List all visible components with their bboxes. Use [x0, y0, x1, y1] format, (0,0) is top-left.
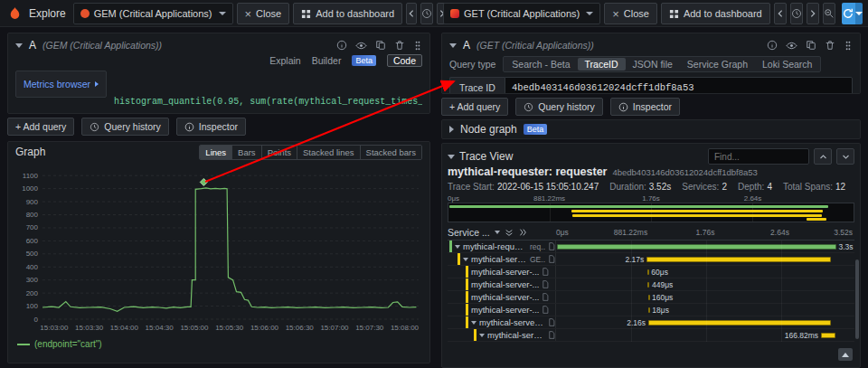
left-close-split-button[interactable]: × Close: [237, 3, 290, 24]
metrics-browser-button[interactable]: Metrics browser: [15, 71, 107, 98]
left-add-to-dashboard-button[interactable]: Add to dashboard: [293, 3, 402, 24]
trace-span-row[interactable]: mythical-server-...18μs: [448, 304, 854, 316]
left-time-picker-button[interactable]: [420, 3, 433, 24]
drag-handle-icon[interactable]: [413, 40, 422, 52]
left-time-back-button[interactable]: [406, 3, 417, 24]
span-duration-bar[interactable]: [648, 307, 650, 313]
span-duration-bar[interactable]: [647, 282, 649, 288]
right-query-header[interactable]: A (GET (Critical Applications)): [449, 37, 853, 53]
copy-icon[interactable]: [375, 40, 386, 51]
span-duration-bar[interactable]: [647, 269, 649, 275]
right-datasource-picker[interactable]: GET (Critical Applications): [443, 3, 600, 24]
left-add-query-button[interactable]: + Add query: [7, 118, 74, 136]
collapse-all-icon[interactable]: [505, 228, 514, 237]
span-duration-bar[interactable]: [557, 244, 836, 250]
editor-mode-builder[interactable]: Builder: [312, 55, 342, 66]
trace-scrollbar[interactable]: [855, 259, 859, 339]
query-type-traceid[interactable]: TraceID: [578, 58, 626, 71]
span-duration-bar[interactable]: [646, 257, 830, 262]
chevron-down-icon[interactable]: [455, 245, 460, 249]
collapse-query-icon[interactable]: [449, 43, 457, 48]
left-query-history-button[interactable]: Query history: [81, 118, 168, 136]
copy-icon[interactable]: [806, 40, 816, 51]
find-next-button[interactable]: [836, 148, 854, 165]
editor-mode-explain[interactable]: Explain: [269, 55, 300, 66]
trace-find-input[interactable]: [708, 148, 809, 165]
span-duration-bar[interactable]: [821, 333, 835, 338]
trace-span-row[interactable]: mythical-server-...2.16s: [448, 316, 854, 329]
trace-span-row[interactable]: mythical-server-...160μs: [448, 291, 854, 304]
trace-span-row[interactable]: mythical-server-...449μs: [448, 278, 854, 291]
promql-query-editor[interactable]: histogram_quantile(0.95, sum(rate(mythic…: [114, 71, 422, 114]
collapse-query-icon[interactable]: [15, 43, 23, 48]
expand-all-icon[interactable]: [518, 228, 527, 237]
collapse-panel-icon[interactable]: [448, 155, 455, 159]
right-add-query-button[interactable]: + Add query: [441, 98, 508, 116]
span-service-cell[interactable]: mythical-requesterreq..: [448, 241, 556, 252]
graph-style-stacked-bars[interactable]: Stacked bars: [360, 146, 421, 159]
trash-icon[interactable]: [825, 40, 835, 51]
graph-canvas[interactable]: 01002003004005006007008009001000110015:0…: [15, 162, 424, 339]
right-close-split-button[interactable]: × Close: [604, 3, 657, 24]
chevron-down-icon[interactable]: [479, 334, 485, 337]
scroll-to-top-button[interactable]: [838, 348, 853, 361]
graph-legend[interactable]: (endpoint="cart"): [8, 339, 429, 349]
span-service-cell[interactable]: mythical-server-...: [448, 329, 556, 341]
graph-style-points[interactable]: Points: [261, 146, 297, 159]
query-type-service-graph[interactable]: Service Graph: [680, 58, 755, 71]
left-datasource-picker[interactable]: GEM (Critical Applications): [73, 3, 233, 24]
span-timeline-cell[interactable]: 160μs: [556, 291, 854, 303]
eye-icon[interactable]: [355, 41, 367, 51]
trace-span-row[interactable]: mythical-serverGE..2.17s: [448, 253, 854, 266]
span-duration-bar[interactable]: [648, 295, 650, 300]
eye-icon[interactable]: [786, 41, 797, 51]
span-timeline-cell[interactable]: 18μs: [556, 304, 854, 316]
span-timeline-cell[interactable]: 449μs: [556, 278, 854, 290]
query-type-json-file[interactable]: JSON file: [626, 58, 680, 71]
node-graph-header[interactable]: Node graph Beta: [442, 120, 860, 138]
span-timeline-cell[interactable]: 60μs: [556, 266, 854, 278]
span-timeline-cell[interactable]: 3.3s: [556, 241, 854, 252]
grafana-logo[interactable]: [7, 6, 23, 22]
graph-style-bars[interactable]: Bars: [231, 146, 261, 159]
span-service-cell[interactable]: mythical-serverGE..: [448, 253, 556, 265]
right-run-query-button[interactable]: [842, 3, 863, 24]
span-duration-bar[interactable]: [648, 320, 831, 326]
info-icon[interactable]: [336, 40, 347, 51]
span-timeline-cell[interactable]: 166.82ms: [556, 329, 854, 341]
drag-handle-icon[interactable]: [844, 40, 853, 52]
trace-span-row[interactable]: mythical-server-...60μs: [448, 266, 854, 278]
left-inspector-button[interactable]: Inspector: [176, 118, 246, 136]
right-zoom-out-button[interactable]: [823, 3, 835, 24]
trace-span-row[interactable]: mythical-requesterreq..3.3s: [448, 241, 854, 253]
graph-style-lines[interactable]: Lines: [200, 146, 231, 159]
right-query-history-button[interactable]: Query history: [515, 98, 602, 116]
span-service-cell[interactable]: mythical-server-...: [448, 266, 556, 278]
span-timeline-cell[interactable]: 2.16s: [556, 316, 854, 328]
editor-mode-code[interactable]: Code: [387, 54, 422, 67]
trash-icon[interactable]: [394, 40, 405, 51]
right-add-to-dashboard-button[interactable]: Add to dashboard: [661, 3, 770, 24]
query-type-search-beta[interactable]: Search - Beta: [505, 58, 577, 71]
info-icon[interactable]: [767, 40, 778, 51]
trace-id-input[interactable]: [505, 77, 853, 94]
span-service-cell[interactable]: mythical-server-...: [448, 278, 556, 290]
right-time-forward-button[interactable]: [807, 3, 819, 24]
right-inspector-button[interactable]: Inspector: [610, 98, 680, 116]
trace-span-row[interactable]: mythical-server-...166.82ms: [448, 329, 854, 342]
left-query-header[interactable]: A (GEM (Critical Applications)): [15, 37, 422, 53]
service-column-header[interactable]: Service ...: [448, 227, 556, 238]
right-time-back-button[interactable]: [774, 3, 787, 24]
chevron-down-icon[interactable]: [471, 321, 476, 325]
chevron-down-icon[interactable]: [463, 258, 468, 261]
find-prev-button[interactable]: [814, 148, 832, 165]
trace-minimap[interactable]: [448, 203, 854, 222]
query-type-loki-search[interactable]: Loki Search: [755, 58, 819, 71]
span-service-cell[interactable]: mythical-server-...: [448, 291, 556, 303]
run-query-dropdown[interactable]: [855, 3, 863, 24]
graph-style-stacked-lines[interactable]: Stacked lines: [297, 146, 360, 159]
span-service-cell[interactable]: mythical-server-...: [448, 304, 556, 316]
span-service-cell[interactable]: mythical-server-...: [448, 316, 556, 328]
span-timeline-cell[interactable]: 2.17s: [556, 253, 854, 265]
right-time-picker-button[interactable]: [790, 3, 803, 24]
